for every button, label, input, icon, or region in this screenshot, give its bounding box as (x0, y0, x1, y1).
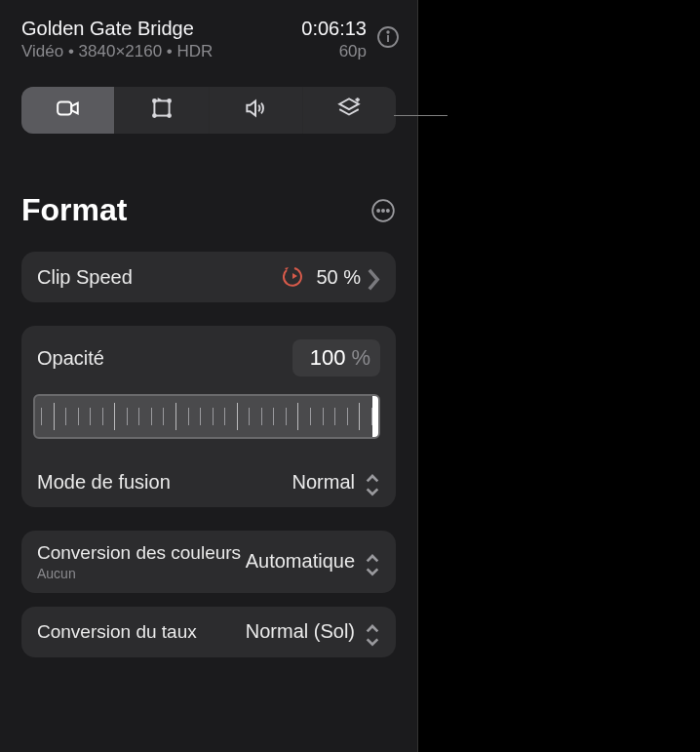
color-conversion-card: Conversion des couleurs Aucun Automatiqu… (21, 531, 396, 593)
tab-video[interactable] (21, 87, 114, 134)
svg-point-2 (387, 31, 389, 33)
callout-line (394, 115, 447, 116)
tab-audio[interactable] (209, 87, 302, 134)
section-header: Format (21, 192, 396, 228)
inspector-tabs (21, 87, 396, 134)
rate-conversion-label: Conversion du taux (37, 621, 246, 643)
blend-mode-value: Normal (292, 471, 355, 494)
opacity-card: Opacité 100 % Mode de fusion No (21, 326, 396, 507)
svg-point-14 (387, 209, 389, 211)
opacity-label: Opacité (37, 347, 292, 370)
svg-rect-3 (58, 102, 71, 115)
clip-title: Golden Gate Bridge (21, 18, 301, 40)
rewind-icon (283, 265, 306, 289)
opacity-slider[interactable] (33, 394, 380, 439)
clip-speed-card: Clip Speed 50 % (21, 252, 396, 302)
svg-point-8 (168, 114, 171, 117)
more-button[interactable] (370, 198, 396, 223)
opacity-value: 100 (302, 345, 345, 371)
tab-transform[interactable] (114, 87, 208, 134)
clip-subtitle: Vidéo • 3840×2160 • HDR (21, 42, 301, 61)
color-conversion-row[interactable]: Conversion des couleurs Aucun Automatiqu… (21, 531, 396, 593)
svg-point-6 (168, 99, 171, 102)
updown-icon (365, 552, 380, 572)
clip-speed-row[interactable]: Clip Speed 50 % (21, 252, 396, 302)
clip-speed-value: 50 % (316, 266, 361, 289)
rate-conversion-value: Normal (Sol) (246, 620, 355, 643)
blend-mode-row[interactable]: Mode de fusion Normal (21, 456, 396, 507)
clip-timecode: 0:06:13 (301, 18, 367, 40)
rate-conversion-card: Conversion du taux Normal (Sol) (21, 607, 396, 657)
info-icon[interactable] (376, 25, 400, 49)
svg-point-7 (153, 114, 156, 117)
blend-mode-label: Mode de fusion (37, 471, 292, 494)
slider-handle[interactable] (372, 394, 380, 439)
svg-rect-4 (154, 100, 169, 115)
speaker-icon (243, 96, 268, 125)
opacity-unit: % (351, 345, 370, 371)
updown-icon (365, 472, 380, 492)
svg-point-5 (153, 99, 156, 102)
svg-point-12 (377, 209, 379, 211)
crop-icon (149, 96, 175, 125)
clip-fps: 60p (301, 42, 367, 61)
camera-icon (56, 96, 81, 125)
color-conversion-value: Automatique (246, 550, 355, 573)
svg-point-13 (382, 209, 384, 211)
slider-ticks (35, 396, 378, 437)
layers-icon (336, 96, 362, 125)
updown-icon (365, 622, 380, 642)
chevron-right-icon (367, 267, 380, 287)
tab-effects[interactable] (302, 87, 396, 134)
color-conversion-sub: Aucun (37, 566, 246, 581)
color-conversion-label: Conversion des couleurs (37, 542, 246, 564)
clip-speed-label: Clip Speed (37, 266, 283, 289)
opacity-row: Opacité 100 % (21, 326, 396, 390)
section-title: Format (21, 192, 127, 228)
clip-header: Golden Gate Bridge Vidéo • 3840×2160 • H… (0, 0, 417, 61)
rate-conversion-row[interactable]: Conversion du taux Normal (Sol) (21, 607, 396, 657)
inspector-panel: Golden Gate Bridge Vidéo • 3840×2160 • H… (0, 0, 418, 752)
opacity-input[interactable]: 100 % (292, 339, 380, 376)
